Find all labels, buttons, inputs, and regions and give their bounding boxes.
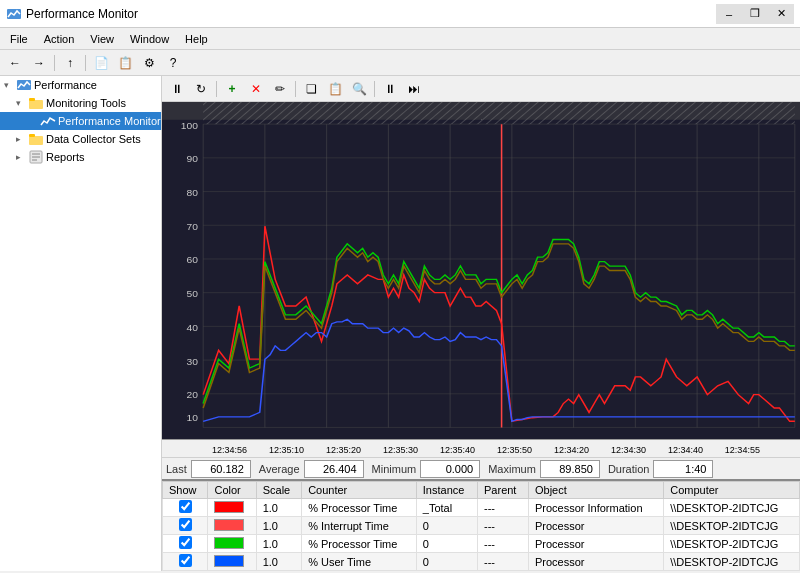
monitoring-expand-icon: ▾ [16,98,28,108]
sidebar-collector-label: Data Collector Sets [46,133,141,145]
collector-expand-icon: ▸ [16,134,28,144]
row-instance-2: 0 [416,535,477,553]
window-title: Performance Monitor [26,7,716,21]
x-label-9: 12:34:55 [725,445,760,455]
table-row[interactable]: 1.0 % Processor Time 0 --- Processor \\D… [163,535,800,553]
row-show-1[interactable] [163,517,208,535]
properties-button[interactable]: ⚙ [138,53,160,73]
sep1 [54,55,55,71]
gt-sep2 [295,81,296,97]
main-area: ▾ Performance ▾ Monitoring Tools Perform… [0,76,800,571]
row-show-2[interactable] [163,535,208,553]
sep2 [85,55,86,71]
pause-button[interactable]: ⏸ [379,79,401,99]
stat-average: Average 26.404 [259,460,364,478]
zoom-button[interactable]: 🔍 [348,79,370,99]
back-button[interactable]: ← [4,53,26,73]
row-object-1: Processor [528,517,663,535]
minimize-button[interactable]: – [716,4,742,24]
delete-counter-button[interactable]: ✕ [245,79,267,99]
sidebar-item-reports[interactable]: ▸ Reports [0,148,161,166]
svg-text:90: 90 [187,154,198,164]
performance-icon [16,78,32,92]
highlight-button[interactable]: ✏ [269,79,291,99]
col-show: Show [163,482,208,499]
close-button[interactable]: ✕ [768,4,794,24]
x-label-0: 12:34:56 [212,445,247,455]
x-label-1: 12:35:10 [269,445,304,455]
menu-help[interactable]: Help [177,31,216,47]
row-color-0 [208,499,256,517]
svg-text:40: 40 [187,322,198,332]
paste-button[interactable]: 📋 [324,79,346,99]
menu-view[interactable]: View [82,31,122,47]
main-toolbar: ← → ↑ 📄 📋 ⚙ ? [0,50,800,76]
col-counter: Counter [302,482,417,499]
restore-button[interactable]: ❒ [742,4,768,24]
freeze-button[interactable]: ⏸ [166,79,188,99]
gt-sep1 [216,81,217,97]
graph-wrapper: 100 90 80 70 60 50 40 30 20 10 [162,102,800,571]
duration-value: 1:40 [653,460,713,478]
sidebar-item-monitoring-tools[interactable]: ▾ Monitoring Tools [0,94,161,112]
row-show-3[interactable] [163,553,208,571]
row-show-0[interactable] [163,499,208,517]
row-scale-2: 1.0 [256,535,301,553]
svg-rect-2 [29,100,43,109]
last-value: 60.182 [191,460,251,478]
menu-window[interactable]: Window [122,31,177,47]
svg-text:100: 100 [181,120,198,130]
x-label-5: 12:35:50 [497,445,532,455]
color-swatch-0 [214,501,244,513]
window-controls: – ❒ ✕ [716,4,794,24]
add-counter-button[interactable]: + [221,79,243,99]
sidebar-item-data-collector[interactable]: ▸ Data Collector Sets [0,130,161,148]
svg-text:50: 50 [187,289,198,299]
stat-duration: Duration 1:40 [608,460,714,478]
menu-bar: File Action View Window Help [0,28,800,50]
last-label: Last [166,463,187,475]
x-label-4: 12:35:40 [440,445,475,455]
reports-expand-icon: ▸ [16,152,28,162]
graph-toolbar: ⏸ ↻ + ✕ ✏ ❏ 📋 🔍 ⏸ ⏭ [162,76,800,102]
row-color-2 [208,535,256,553]
show-checkbox-1[interactable] [179,518,192,531]
table-row[interactable]: 1.0 % Processor Time _Total --- Processo… [163,499,800,517]
menu-action[interactable]: Action [36,31,83,47]
row-computer-0: \\DESKTOP-2IDTCJG [664,499,800,517]
menu-file[interactable]: File [2,31,36,47]
row-parent-1: --- [478,517,529,535]
update-button[interactable]: ↻ [190,79,212,99]
new-button[interactable]: 📋 [114,53,136,73]
row-scale-1: 1.0 [256,517,301,535]
svg-text:70: 70 [187,221,198,231]
sidebar: ▾ Performance ▾ Monitoring Tools Perform… [0,76,162,571]
col-instance: Instance [416,482,477,499]
color-swatch-3 [214,555,244,567]
forward-button[interactable]: → [28,53,50,73]
svg-rect-3 [29,98,35,101]
sidebar-item-performance-monitor[interactable]: Performance Monitor [0,112,161,130]
table-row[interactable]: 1.0 % User Time 0 --- Processor \\DESKTO… [163,553,800,571]
col-color: Color [208,482,256,499]
row-counter-3: % User Time [302,553,417,571]
svg-text:30: 30 [187,356,198,366]
svg-text:80: 80 [187,188,198,198]
row-parent-0: --- [478,499,529,517]
x-label-7: 12:34:30 [611,445,646,455]
table-row[interactable]: 1.0 % Interrupt Time 0 --- Processor \\D… [163,517,800,535]
sidebar-root[interactable]: ▾ Performance [0,76,161,94]
stat-last: Last 60.182 [166,460,251,478]
help-button[interactable]: ? [162,53,184,73]
show-checkbox-2[interactable] [179,536,192,549]
up-button[interactable]: ↑ [59,53,81,73]
row-parent-2: --- [478,535,529,553]
maximum-label: Maximum [488,463,536,475]
color-swatch-1 [214,519,244,531]
title-bar: Performance Monitor – ❒ ✕ [0,0,800,28]
copy-button[interactable]: ❏ [300,79,322,99]
next-button[interactable]: ⏭ [403,79,425,99]
show-checkbox-0[interactable] [179,500,192,513]
show-hide-button[interactable]: 📄 [90,53,112,73]
show-checkbox-3[interactable] [179,554,192,567]
